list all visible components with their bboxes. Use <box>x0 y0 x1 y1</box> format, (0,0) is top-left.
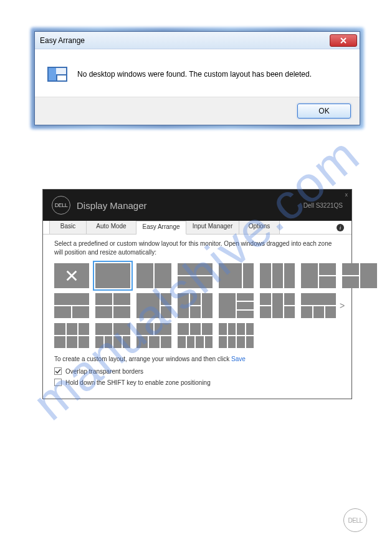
tab-options[interactable]: Options <box>239 221 280 234</box>
layout-2row[interactable] <box>178 263 213 288</box>
shift-label: Hold down the SHIFT key to enable zone p… <box>65 379 211 386</box>
overlap-label: Overlap transparent borders <box>65 368 143 375</box>
overlap-checkbox[interactable] <box>54 367 62 375</box>
window-header[interactable]: DELL Display Manager Dell S3221QS x <box>43 190 351 221</box>
layout-left-big[interactable] <box>219 263 254 288</box>
info-icon[interactable]: i <box>337 224 344 231</box>
layout-6zone-b[interactable] <box>136 323 171 348</box>
layout-2left-right[interactable] <box>342 263 377 288</box>
dialog-message: No desktop windows were found. The custo… <box>77 70 312 79</box>
dell-footer-logo-icon: DELL <box>343 508 367 532</box>
layout-3col-midsplit[interactable] <box>178 293 213 318</box>
instructions-text: Select a predefined or custom window lay… <box>54 240 340 257</box>
layout-2col[interactable] <box>136 263 171 288</box>
layout-icon <box>47 67 67 82</box>
layout-bigleft-2right[interactable] <box>136 293 171 318</box>
layout-none[interactable] <box>54 263 89 288</box>
layout-full[interactable] <box>95 263 130 288</box>
layout-quad[interactable] <box>95 293 130 318</box>
layout-top-3bottom[interactable] <box>301 293 336 318</box>
layout-left-2right[interactable] <box>301 263 336 288</box>
close-icon <box>340 37 347 44</box>
monitor-name: Dell S3221QS <box>304 202 343 209</box>
x-icon <box>65 269 79 283</box>
tab-auto-mode[interactable]: Auto Mode <box>87 221 136 234</box>
layout-8zone[interactable] <box>219 323 254 348</box>
layout-2x3-left[interactable] <box>219 293 254 318</box>
dell-logo-icon: DELL <box>52 196 70 215</box>
checkmark-icon <box>55 368 61 374</box>
dialog-title: Easy Arrange <box>40 36 85 45</box>
tab-easy-arrange[interactable]: Easy Arrange <box>136 221 186 235</box>
layout-3col[interactable] <box>260 263 295 288</box>
layout-6zone-a[interactable] <box>95 323 130 348</box>
app-title: Display Manager <box>77 200 147 211</box>
tab-input-manager[interactable]: Input Manager <box>186 221 239 234</box>
close-button[interactable] <box>330 34 357 47</box>
tab-basic[interactable]: Basic <box>49 221 87 234</box>
window-close-button[interactable]: x <box>345 191 348 198</box>
ok-button[interactable]: OK <box>297 104 351 119</box>
layout-7zone[interactable] <box>178 323 213 348</box>
layout-2x3[interactable] <box>54 323 89 348</box>
dialog-titlebar[interactable]: Easy Arrange <box>35 32 360 49</box>
save-link[interactable]: Save <box>231 356 246 362</box>
easy-arrange-dialog: Easy Arrange No desktop windows were fou… <box>34 31 360 125</box>
next-page-arrow[interactable]: > <box>340 301 347 311</box>
create-layout-text: To create a custom layout, arrange your … <box>54 356 340 362</box>
dell-display-manager-window: DELL Display Manager Dell S3221QS x Basi… <box>42 189 352 399</box>
tab-bar: Basic Auto Mode Easy Arrange Input Manag… <box>43 221 351 235</box>
layout-5zone[interactable] <box>260 293 295 318</box>
shift-checkbox[interactable] <box>54 379 62 386</box>
layout-grid: > <box>54 263 340 348</box>
layout-top-2bottom[interactable] <box>54 293 89 318</box>
